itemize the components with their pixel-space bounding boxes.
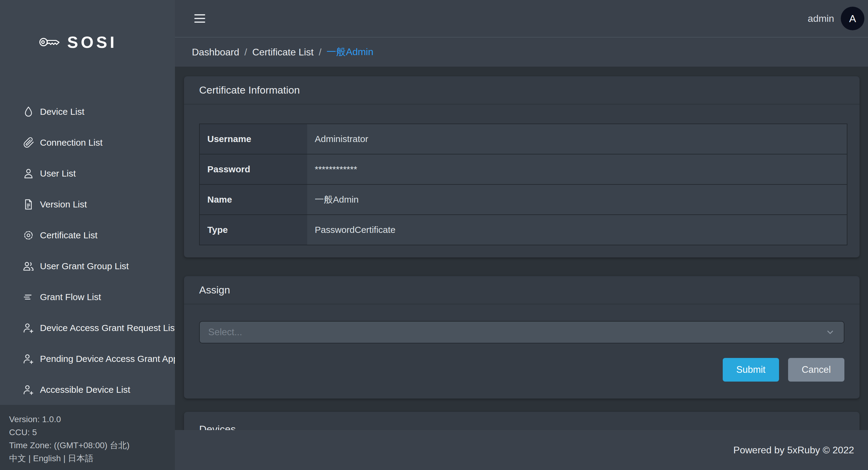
app-window: SOSI Device List Connection List User Li…: [0, 0, 868, 470]
document-icon: [22, 198, 35, 211]
language-separator: |: [61, 453, 68, 463]
paperclip-icon: [22, 136, 35, 149]
language-en[interactable]: English: [33, 453, 61, 463]
sidebar-item-label: Grant Flow List: [40, 292, 101, 302]
user-add-icon: [22, 383, 35, 396]
sidebar-item-label: Connection List: [40, 138, 102, 148]
language-switcher: 中文|English|日本語: [9, 452, 175, 465]
breadcrumb-certificate-list[interactable]: Certificate List: [252, 47, 314, 58]
sidebar-item-connection-list[interactable]: Connection List: [0, 127, 175, 158]
sidebar-item-certificate-list[interactable]: Certificate List: [0, 220, 175, 251]
main-area: admin A Dashboard / Certificate List / 一…: [175, 0, 868, 470]
assign-card: Assign Select... Submit Cancel: [184, 276, 860, 399]
breadcrumb: Dashboard / Certificate List / 一般Admin: [175, 37, 868, 67]
certificate-icon: [22, 229, 35, 242]
breadcrumb-current: 一般Admin: [327, 46, 373, 59]
card-title: Certificate Information: [184, 76, 860, 105]
page-footer: Powered by 5xRuby © 2022: [175, 430, 868, 470]
sidebar-item-label: Certificate List: [40, 230, 97, 240]
sidebar-item-version-list[interactable]: Version List: [0, 189, 175, 220]
user-add-icon: [22, 321, 35, 335]
table-row: Name 一般Admin: [199, 184, 847, 215]
sidebar-item-label: Device List: [40, 107, 85, 117]
avatar[interactable]: A: [841, 7, 864, 30]
row-label: Type: [199, 215, 307, 245]
sidebar-item-label: User Grant Group List: [40, 261, 129, 271]
sidebar-item-user-list[interactable]: User List: [0, 158, 175, 189]
row-label: Password: [199, 154, 307, 184]
sidebar-item-label: Pending Device Access Grant Approval Lis…: [40, 354, 175, 364]
row-value: ************: [307, 154, 847, 184]
cancel-button[interactable]: Cancel: [788, 358, 844, 382]
user-icon: [22, 167, 35, 180]
sidebar-item-label: User List: [40, 168, 76, 179]
language-zh[interactable]: 中文: [9, 453, 26, 463]
breadcrumb-separator: /: [314, 47, 327, 58]
assign-actions: Submit Cancel: [199, 358, 844, 382]
users-icon: [22, 260, 35, 273]
assign-select[interactable]: Select...: [199, 321, 844, 344]
submit-button[interactable]: Submit: [723, 358, 779, 382]
topbar: admin A: [175, 0, 868, 37]
table-row: Password ************: [199, 154, 847, 184]
flow-lines-icon: [22, 290, 35, 304]
user-add-icon: [22, 352, 35, 365]
topbar-user: admin A: [808, 7, 868, 30]
sidebar-item-grant-flow-list[interactable]: Grant Flow List: [0, 282, 175, 313]
page-content: Certificate Information Username Adminis…: [175, 67, 868, 470]
sidebar-footer: Version: 1.0.0 CCU: 5 Time Zone: ((GMT+0…: [0, 405, 175, 470]
row-value: PasswordCertificate: [307, 215, 847, 245]
language-separator: |: [26, 453, 33, 463]
table-row: Type PasswordCertificate: [199, 215, 847, 245]
username-label[interactable]: admin: [808, 13, 834, 24]
app-version: Version: 1.0.0: [9, 413, 175, 426]
table-row: Username Administrator: [199, 124, 847, 154]
sidebar: SOSI Device List Connection List User Li…: [0, 0, 175, 470]
sidebar-item-device-access-grant-request-list[interactable]: Device Access Grant Request List: [0, 313, 175, 344]
language-ja[interactable]: 日本語: [68, 453, 93, 463]
sidebar-nav: Device List Connection List User List Ve…: [0, 96, 175, 405]
sidebar-item-device-list[interactable]: Device List: [0, 96, 175, 127]
chevron-down-icon: [825, 327, 835, 337]
breadcrumb-dashboard[interactable]: Dashboard: [192, 47, 239, 58]
brand-logo[interactable]: SOSI: [0, 0, 175, 50]
sidebar-item-label: Version List: [40, 199, 87, 210]
sidebar-item-user-grant-group-list[interactable]: User Grant Group List: [0, 251, 175, 282]
avatar-letter: A: [849, 13, 856, 25]
certificate-info-table: Username Administrator Password ********…: [199, 123, 847, 245]
row-value: 一般Admin: [307, 184, 847, 215]
certificate-table-wrapper: Username Administrator Password ********…: [184, 105, 860, 257]
sidebar-item-label: Device Access Grant Request List: [40, 323, 175, 333]
timezone: Time Zone: ((GMT+08:00) 台北): [9, 439, 175, 452]
row-label: Username: [199, 124, 307, 154]
row-label: Name: [199, 184, 307, 215]
ccu-count: CCU: 5: [9, 426, 175, 439]
sidebar-item-accessible-device-list[interactable]: Accessible Device List: [0, 374, 175, 405]
sidebar-item-pending-device-access-grant-approval-list[interactable]: Pending Device Access Grant Approval Lis…: [0, 344, 175, 374]
card-title: Assign: [184, 276, 860, 304]
breadcrumb-separator: /: [239, 47, 252, 58]
assign-form: Select... Submit Cancel: [184, 304, 860, 399]
brand-name: SOSI: [67, 34, 117, 50]
powered-by-text: Powered by 5xRuby © 2022: [733, 445, 854, 456]
key-icon: [39, 34, 62, 50]
menu-icon[interactable]: [194, 14, 205, 23]
droplet-icon: [22, 105, 35, 118]
certificate-information-card: Certificate Information Username Adminis…: [184, 76, 860, 257]
row-value: Administrator: [307, 124, 847, 154]
sidebar-item-label: Accessible Device List: [40, 385, 130, 395]
select-placeholder: Select...: [208, 327, 242, 337]
